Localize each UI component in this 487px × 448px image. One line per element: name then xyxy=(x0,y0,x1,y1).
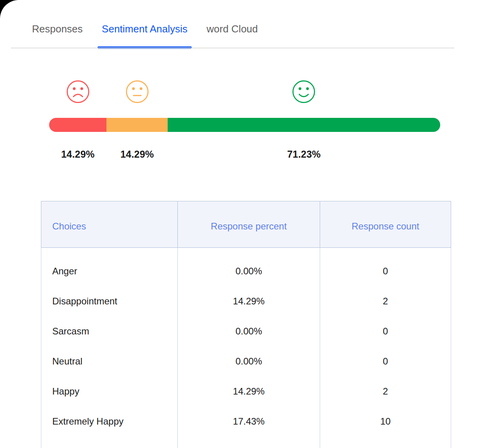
tab-bar-divider xyxy=(11,48,454,48)
response-percent-value: 0.00% xyxy=(178,346,320,376)
sentiment-stacked-bar xyxy=(49,118,440,132)
response-count-value: 0 xyxy=(320,248,451,286)
column-header-choices: Choices xyxy=(41,201,178,248)
response-count-value: 0 xyxy=(320,346,451,376)
response-count-value: 0 xyxy=(320,316,451,346)
negative-bar-segment xyxy=(49,118,106,132)
response-count-value: 2 xyxy=(320,286,451,316)
tab-bar: Responses Sentiment Analysis word Cloud xyxy=(0,0,487,35)
sad-face-icon xyxy=(49,79,106,104)
table-row: Happy 14.29% 2 xyxy=(41,376,451,406)
table-row: Sarcasm 0.00% 0 xyxy=(41,316,451,346)
column-header-response-percent: Response percent xyxy=(178,201,320,248)
response-percent-value: 17.43% xyxy=(178,406,320,448)
positive-percent-label: 71.23% xyxy=(168,149,440,160)
response-count-value: 2 xyxy=(320,376,451,406)
choice-label: Happy xyxy=(41,376,178,406)
table-row: Extremely Happy 17.43% 10 xyxy=(41,406,451,448)
sentiment-faces-row xyxy=(49,79,440,104)
table-row: Neutral 0.00% 0 xyxy=(41,346,451,376)
response-percent-value: 0.00% xyxy=(178,248,320,286)
choice-label: Neutral xyxy=(41,346,178,376)
sentiment-analysis-panel: Responses Sentiment Analysis word Cloud xyxy=(0,0,487,448)
neutral-bar-segment xyxy=(106,118,167,132)
tab-sentiment-analysis[interactable]: Sentiment Analysis xyxy=(102,23,188,35)
sentiment-percent-labels: 14.29% 14.29% 71.23% xyxy=(49,149,440,160)
table-header-row: Choices Response percent Response count xyxy=(41,201,451,248)
choice-label: Sarcasm xyxy=(41,316,178,346)
neutral-percent-label: 14.29% xyxy=(106,149,167,160)
happy-face-icon xyxy=(168,79,440,104)
response-percent-value: 14.29% xyxy=(178,286,320,316)
column-header-response-count: Response count xyxy=(320,201,451,248)
response-percent-value: 14.29% xyxy=(178,376,320,406)
response-percent-value: 0.00% xyxy=(178,316,320,346)
table-row: Disappointment 14.29% 2 xyxy=(41,286,451,316)
choice-label: Anger xyxy=(41,248,178,286)
tab-word-cloud[interactable]: word Cloud xyxy=(207,23,258,35)
tab-responses[interactable]: Responses xyxy=(32,23,83,35)
negative-percent-label: 14.29% xyxy=(49,149,106,160)
neutral-face-icon xyxy=(106,79,167,104)
table-row: Anger 0.00% 0 xyxy=(41,248,451,286)
choice-label: Extremely Happy xyxy=(41,406,178,448)
positive-bar-segment xyxy=(168,118,440,132)
choice-label: Disappointment xyxy=(41,286,178,316)
sentiment-results-table: Choices Response percent Response count … xyxy=(41,201,451,448)
response-count-value: 10 xyxy=(320,406,451,448)
